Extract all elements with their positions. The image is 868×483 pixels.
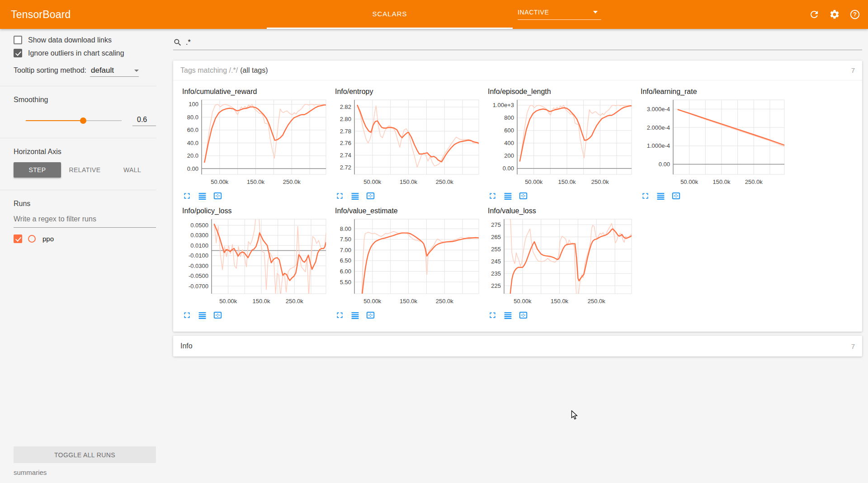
expand-chart-icon[interactable] bbox=[335, 191, 344, 201]
chart-toolbar bbox=[335, 191, 487, 201]
smoothing-slider-thumb[interactable] bbox=[80, 117, 86, 124]
log-scale-toggle-icon[interactable] bbox=[198, 191, 207, 201]
fit-domain-icon[interactable] bbox=[213, 191, 222, 201]
tab-strip: SCALARS bbox=[267, 0, 513, 29]
axis-relative-button[interactable]: RELATIVE bbox=[61, 162, 108, 178]
y-tick-label: 20.0 bbox=[187, 152, 198, 159]
x-tick-label: 150.0k bbox=[551, 298, 569, 305]
gear-icon[interactable] bbox=[829, 9, 840, 20]
x-tick-label: 250.0k bbox=[436, 178, 454, 185]
y-tick-label: 1.00e+3 bbox=[493, 102, 514, 108]
ignore-outliers-label: Ignore outliers in chart scaling bbox=[28, 49, 124, 57]
y-tick-label: 6.50 bbox=[340, 257, 351, 264]
info-section-count: 7 bbox=[851, 342, 855, 350]
x-tick-label: 250.0k bbox=[588, 298, 606, 305]
smoothing-slider[interactable] bbox=[26, 120, 122, 121]
chart-plot[interactable]: 0.0020.040.060.080.010050.00k150.0k250.0… bbox=[181, 98, 330, 188]
expand-chart-icon[interactable] bbox=[335, 310, 344, 320]
chart-title: Info/cumulative_reward bbox=[182, 88, 334, 96]
chart-plot[interactable]: 2.722.742.762.782.802.8250.00k150.0k250.… bbox=[334, 98, 483, 188]
y-tick-label: 1.000e-4 bbox=[647, 142, 670, 149]
fit-domain-icon[interactable] bbox=[213, 310, 222, 320]
y-tick-label: 40.0 bbox=[187, 140, 198, 146]
expand-chart-icon[interactable] bbox=[488, 310, 497, 320]
x-tick-label: 250.0k bbox=[283, 178, 301, 185]
expand-chart-icon[interactable] bbox=[488, 191, 497, 201]
tooltip-sorting-dropdown[interactable]: default bbox=[90, 66, 139, 77]
log-scale-toggle-icon[interactable] bbox=[350, 191, 360, 201]
y-tick-label: 80.0 bbox=[187, 114, 198, 121]
fit-domain-icon[interactable] bbox=[366, 310, 375, 320]
y-tick-label: 7.00 bbox=[340, 247, 351, 253]
y-tick-label: 0.00 bbox=[659, 161, 670, 168]
y-tick-label: -0.0700 bbox=[189, 283, 208, 290]
y-tick-label: 2.78 bbox=[340, 128, 351, 135]
y-tick-label: 275 bbox=[491, 221, 501, 228]
y-tick-label: 7.50 bbox=[340, 236, 351, 243]
chart-toolbar bbox=[182, 191, 334, 201]
tags-section-header[interactable]: Tags matching /.*/ (all tags) 7 bbox=[173, 61, 862, 80]
runs-filter-input[interactable] bbox=[14, 213, 156, 228]
tab-scalars[interactable]: SCALARS bbox=[267, 0, 513, 29]
scalar-chart-card: Info/value_estimate5.506.006.507.007.508… bbox=[334, 205, 487, 320]
chart-toolbar bbox=[488, 310, 640, 320]
log-scale-toggle-icon[interactable] bbox=[503, 310, 513, 320]
y-tick-label: 2.000e-4 bbox=[647, 124, 670, 131]
y-tick-label: 0.00 bbox=[503, 165, 514, 172]
y-tick-label: -0.0300 bbox=[189, 263, 208, 269]
chart-plot[interactable]: 0.001.000e-42.000e-43.000e-450.00k150.0k… bbox=[640, 98, 789, 188]
fit-domain-icon[interactable] bbox=[671, 191, 681, 201]
status-dropdown[interactable]: INACTIVE bbox=[518, 5, 601, 20]
chart-plot[interactable]: 0.05000.03000.0100-0.0100-0.0300-0.0500-… bbox=[181, 217, 330, 307]
log-scale-toggle-icon[interactable] bbox=[503, 191, 513, 201]
chart-toolbar bbox=[182, 310, 334, 320]
log-scale-toggle-icon[interactable] bbox=[656, 191, 665, 201]
y-tick-label: 2.80 bbox=[340, 116, 351, 122]
show-download-links-checkbox[interactable] bbox=[14, 36, 22, 44]
y-tick-label: 8.00 bbox=[340, 225, 351, 232]
y-tick-label: 255 bbox=[491, 246, 501, 253]
chart-plot[interactable]: 5.506.006.507.007.508.0050.00k150.0k250.… bbox=[334, 217, 483, 307]
smoothing-label: Smoothing bbox=[14, 96, 156, 104]
fit-domain-icon[interactable] bbox=[366, 191, 375, 201]
axis-step-button[interactable]: STEP bbox=[14, 162, 61, 178]
x-tick-label: 50.00k bbox=[211, 178, 229, 185]
chart-title: Info/learning_rate bbox=[641, 88, 793, 96]
expand-chart-icon[interactable] bbox=[182, 191, 192, 201]
svg-text:?: ? bbox=[853, 11, 857, 18]
fit-domain-icon[interactable] bbox=[519, 310, 528, 320]
app-header: TensorBoard SCALARS INACTIVE ? bbox=[0, 0, 868, 29]
divider bbox=[0, 190, 156, 190]
refresh-icon[interactable] bbox=[808, 9, 820, 20]
log-scale-toggle-icon[interactable] bbox=[198, 310, 207, 320]
run-checkbox[interactable] bbox=[14, 234, 22, 243]
tag-filter-input[interactable] bbox=[186, 38, 819, 47]
chart-plot[interactable]: 0.002004006008001.00e+350.00k150.0k250.0… bbox=[487, 98, 636, 188]
smoothing-value-input[interactable] bbox=[132, 115, 156, 126]
info-section-header[interactable]: Info 7 bbox=[173, 336, 862, 356]
chart-plot[interactable]: 22523524525526527550.00k150.0k250.0k bbox=[487, 217, 636, 307]
chart-title: Info/policy_loss bbox=[182, 207, 334, 215]
axis-wall-button[interactable]: WALL bbox=[108, 162, 156, 178]
x-tick-label: 50.00k bbox=[363, 298, 382, 305]
charts-grid: Info/cumulative_reward0.0020.040.060.080… bbox=[173, 80, 862, 332]
y-tick-label: 2.74 bbox=[340, 152, 351, 159]
expand-chart-icon[interactable] bbox=[641, 191, 650, 201]
x-tick-label: 150.0k bbox=[252, 298, 270, 305]
chart-title: Info/value_estimate bbox=[335, 207, 487, 215]
y-tick-label: 400 bbox=[504, 140, 514, 146]
divider bbox=[0, 86, 156, 86]
help-icon[interactable]: ? bbox=[849, 9, 861, 20]
expand-chart-icon[interactable] bbox=[182, 310, 192, 320]
chart-toolbar bbox=[488, 191, 640, 201]
toggle-all-runs-button[interactable]: TOGGLE ALL RUNS bbox=[14, 446, 156, 463]
status-dropdown-value: INACTIVE bbox=[518, 9, 549, 16]
scalar-chart-card: Info/value_loss22523524525526527550.00k1… bbox=[487, 205, 640, 320]
x-tick-label: 250.0k bbox=[745, 178, 763, 185]
tooltip-sorting-row: Tooltip sorting method: default bbox=[14, 66, 156, 77]
tooltip-sorting-label: Tooltip sorting method: bbox=[14, 66, 86, 75]
ignore-outliers-checkbox[interactable] bbox=[14, 49, 22, 57]
log-scale-toggle-icon[interactable] bbox=[350, 310, 360, 320]
fit-domain-icon[interactable] bbox=[519, 191, 528, 201]
chevron-down-icon bbox=[593, 11, 598, 14]
